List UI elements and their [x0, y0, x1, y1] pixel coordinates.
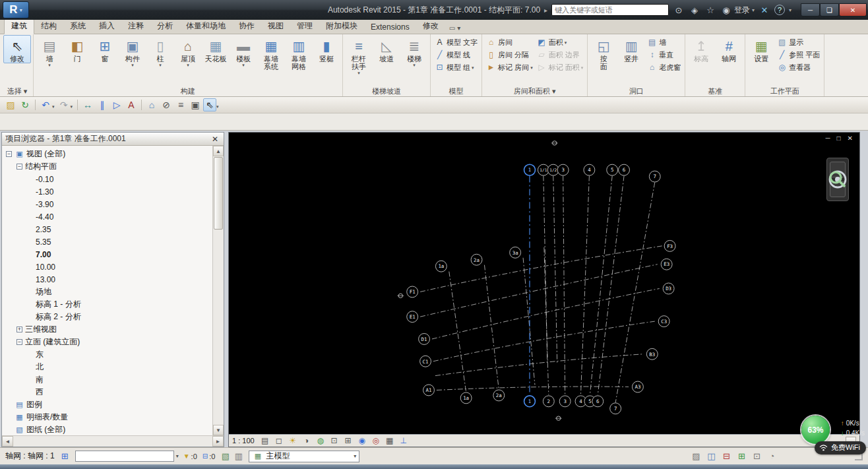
tree-item-structural-plans[interactable]: −结构平面	[2, 160, 212, 173]
btn-roof[interactable]: ⌂屋顶▾	[174, 35, 202, 69]
minimize-button[interactable]: ─	[801, 3, 820, 16]
grid-bubble[interactable]: 1/2	[547, 164, 559, 175]
editing-requests-icon[interactable]: ▥	[233, 451, 244, 461]
grid-line[interactable]	[563, 176, 565, 395]
tree-item-site[interactable]: 场地	[2, 286, 212, 298]
grid-line[interactable]	[553, 176, 557, 363]
panel-label-build[interactable]: 构建	[36, 86, 340, 96]
view-minimize-icon[interactable]: ─	[825, 135, 830, 142]
btn-curtain-grid[interactable]: ▥幕墙网格	[285, 35, 313, 71]
qat-redo-arrow-icon[interactable]: ▾	[71, 104, 73, 109]
grid-line[interactable]	[590, 176, 612, 395]
grid-line[interactable]	[484, 265, 499, 390]
tree-item-elevations[interactable]: −立面 (建筑立面)	[2, 336, 212, 348]
drawing-area[interactable]: 11/11/23456712345671a2a3aF1E1D1C1A11a2aF…	[229, 133, 859, 434]
show-crop-region-icon[interactable]: ⊞	[343, 436, 354, 445]
btn-wall-opening[interactable]: ▤墙	[645, 36, 683, 49]
btn-dormer[interactable]: ⌂老虎窗	[645, 61, 683, 74]
grid-arc-line[interactable]	[420, 246, 662, 292]
tab-insert[interactable]: 插入	[92, 19, 121, 34]
communication-center-icon[interactable]: ◈	[689, 4, 700, 16]
btn-ref-plane[interactable]: ╱参照 平面	[775, 49, 822, 61]
favorites-icon[interactable]: ☆	[704, 4, 716, 16]
grid-bubble[interactable]: C1	[420, 356, 431, 367]
tab-structure[interactable]: 结构	[34, 19, 63, 34]
sun-path-icon[interactable]: ☀	[288, 436, 298, 445]
tab-addins[interactable]: 附加模块	[319, 19, 364, 34]
qat-close-hidden-windows-button[interactable]: ▣	[189, 98, 202, 111]
grid-bubble[interactable]: 7	[649, 171, 660, 182]
btn-column[interactable]: ▯柱▾	[146, 35, 174, 69]
qat-undo-button[interactable]: ↶	[39, 98, 52, 111]
tree-item-elev-south[interactable]: 南	[2, 373, 212, 386]
tab-architecture[interactable]: 建筑	[4, 18, 34, 34]
grid-line[interactable]	[523, 258, 535, 385]
filter-chip[interactable]: ▼:0	[183, 453, 197, 460]
tab-modify[interactable]: 修改	[416, 19, 445, 34]
grid-bubble[interactable]: 3	[557, 164, 569, 175]
scroll-left-icon[interactable]: ◄	[2, 436, 13, 447]
tree-item-elev-east[interactable]: 东	[2, 348, 212, 361]
sign-in-button[interactable]: ◉ 登录 ▾	[720, 4, 755, 16]
btn-opening-by-face[interactable]: ◱按面	[590, 35, 617, 71]
panel-label-room-area[interactable]: 房间和面积 ▾	[484, 86, 585, 96]
help-icon[interactable]: ?	[774, 5, 785, 15]
btn-viewer[interactable]: ◎查看器	[775, 61, 822, 74]
temporary-view-properties-icon[interactable]: ▦	[385, 436, 395, 445]
grid-bubble[interactable]: E1	[407, 311, 418, 323]
exchange-apps-icon[interactable]: ✕	[759, 4, 770, 16]
grid-bubble[interactable]: A1	[423, 385, 435, 396]
qat-synchronize-button[interactable]: ↻	[18, 98, 32, 111]
help-arrow-icon[interactable]: ▾	[789, 7, 791, 13]
btn-door[interactable]: ◧门	[63, 35, 91, 63]
btn-mullion[interactable]: ▮竖梃	[313, 35, 340, 63]
grid-bubble[interactable]: D1	[419, 334, 430, 345]
grid-line[interactable]	[544, 247, 549, 395]
btn-stair[interactable]: ≣楼梯▾	[400, 35, 428, 69]
qat-select-arrow-icon[interactable]: ▾	[216, 104, 219, 109]
show-rendering-dialog-icon[interactable]: ◍	[315, 436, 326, 445]
grid-bubble[interactable]: 1/1	[538, 164, 549, 175]
tab-extensions[interactable]: Extensions	[364, 21, 416, 34]
scrollbar-thumb[interactable]	[214, 157, 223, 230]
tab-analyze[interactable]: 分析	[150, 19, 179, 34]
grid-bubble[interactable]: 1a	[435, 261, 447, 272]
qat-redo-button[interactable]: ↷	[57, 98, 71, 111]
selection-count-chip[interactable]: ⊟:0	[202, 453, 216, 460]
btn-tag-room[interactable]: ►标记 房间▾	[484, 61, 535, 74]
tree-item-level-1-analytical[interactable]: 标高 1 - 分析	[2, 298, 212, 311]
expander-minus-icon[interactable]: −	[6, 151, 12, 157]
exclude-options-icon[interactable]: ⊞	[736, 451, 747, 461]
tree-item-level-10.00[interactable]: 10.00	[2, 261, 212, 273]
infocenter-collapse-icon[interactable]: ▸	[544, 7, 547, 14]
grid-bubble[interactable]: 2a	[493, 390, 505, 401]
btn-ramp[interactable]: ◺坡道	[373, 35, 400, 63]
grid-bubble[interactable]: 6	[592, 396, 604, 407]
btn-room-separator[interactable]: ▯房间 分隔	[484, 49, 535, 61]
design-options-icon[interactable]: ⊟	[721, 451, 732, 461]
speedup-ball-overlay[interactable]: 63%	[801, 416, 830, 444]
view-close-icon[interactable]: ✕	[848, 135, 853, 142]
expander-minus-icon[interactable]: −	[16, 164, 22, 170]
btn-area[interactable]: ◩面积▾	[535, 36, 586, 49]
grid-arc-line[interactable]	[435, 354, 643, 376]
grid-bubble[interactable]: 7	[610, 403, 621, 414]
tab-view[interactable]: 视图	[261, 19, 290, 34]
modify-tools-flyout[interactable]: ▭▾	[449, 24, 460, 34]
btn-wall[interactable]: ▤墙▾	[36, 35, 63, 69]
view-scale-button[interactable]: 1 : 100	[232, 437, 255, 445]
scroll-up-icon[interactable]: ▲	[213, 146, 224, 156]
grid-arc-line[interactable]	[420, 265, 658, 317]
free-wifi-overlay[interactable]: 免费WiFi	[815, 441, 866, 454]
grid-bubble-selected[interactable]: 1	[524, 164, 536, 175]
grid-bubble[interactable]: D3	[663, 283, 674, 294]
status-prompt-icon[interactable]: ⊞	[59, 451, 71, 461]
active-workset-select[interactable]: ▦ 主模型 ▾	[249, 451, 359, 462]
qat-default-3d-view-button[interactable]: ⌂	[145, 98, 158, 111]
search-icon[interactable]: ⊙	[673, 4, 685, 16]
grid-bubble[interactable]: 4	[584, 164, 595, 175]
grid-line[interactable]	[598, 176, 624, 395]
btn-show-work-plane[interactable]: ▧显示	[775, 36, 822, 49]
crop-view-icon[interactable]: ⊡	[329, 436, 340, 445]
restore-button[interactable]: ❏	[820, 3, 839, 16]
